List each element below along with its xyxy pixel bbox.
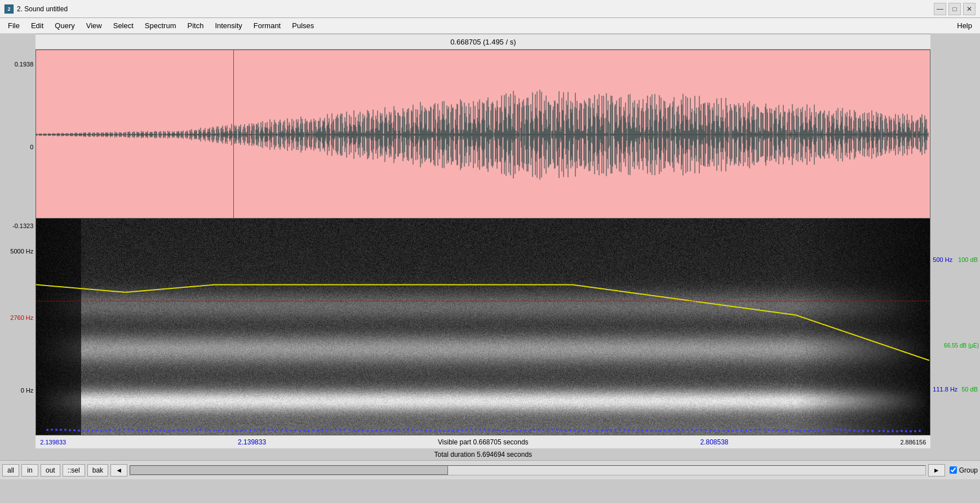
spectrogram-canvas	[36, 219, 930, 435]
scroll-right-button[interactable]: ►	[928, 464, 945, 477]
app-icon: 2	[5, 5, 14, 14]
menu-bar: File Edit Query View Select Spectrum Pit…	[0, 18, 980, 34]
right-hz-bot: 111.8 Hz	[933, 386, 957, 393]
menu-select[interactable]: Select	[108, 19, 139, 32]
visible-part-label: Visible part 0.668705 seconds	[438, 438, 529, 446]
visualization-center: 0.668705 (1.495 / s) 2.139833 2.139833 V…	[36, 34, 930, 460]
menu-edit[interactable]: Edit	[25, 19, 49, 32]
waveform-area[interactable]	[36, 50, 930, 219]
right-db-mid: 66.55 dB (μE)	[944, 342, 979, 349]
time-indicator: 0.668705 (1.495 / s)	[36, 34, 930, 50]
time-selection-right: 2.808538	[700, 438, 728, 446]
menu-query[interactable]: Query	[49, 19, 80, 32]
total-duration-label: Total duration 5.694694 seconds	[434, 451, 532, 459]
waveform-zero-label: 0	[30, 144, 33, 150]
spec-max-hz-label: 5000 Hz	[10, 248, 33, 255]
scroll-left-button[interactable]: ◄	[110, 464, 127, 477]
spectrogram-area[interactable]	[36, 219, 930, 435]
title-bar: 2 2. Sound untitled — □ ✕	[0, 0, 980, 18]
spec-marker-hz-label: 2760 Hz	[10, 314, 33, 321]
close-button[interactable]: ✕	[963, 3, 975, 15]
right-axis: 100 dB 500 Hz 66.55 dB (μE) 50 dB 111.8 …	[930, 34, 980, 460]
right-db-max: 100 dB	[958, 256, 978, 263]
time-selection-left: 2.139833	[238, 438, 266, 446]
title-text: 2. Sound untitled	[17, 5, 68, 13]
duration-bar: Total duration 5.694694 seconds	[36, 449, 930, 460]
spec-min-hz-label: 0 Hz	[21, 387, 34, 394]
time-value: 0.668705 (1.495 / s)	[450, 38, 516, 46]
window-controls[interactable]: — □ ✕	[934, 3, 975, 15]
bak-button[interactable]: bak	[87, 464, 108, 477]
waveform-min-label: -0.1323	[12, 222, 33, 229]
menu-spectrum[interactable]: Spectrum	[139, 19, 182, 32]
time-range-right: 2.886156	[900, 439, 926, 446]
minimize-button[interactable]: —	[934, 3, 946, 15]
group-checkbox-area: Group	[950, 466, 978, 474]
scrollbar[interactable]	[130, 465, 926, 475]
menu-help[interactable]: Help	[951, 19, 978, 32]
right-hz-top: 500 Hz	[933, 256, 952, 263]
title-bar-left: 2 2. Sound untitled	[5, 5, 68, 14]
left-axis: 0.1938 0 -0.1323 5000 Hz 2760 Hz 0 Hz	[0, 34, 36, 460]
menu-file[interactable]: File	[2, 19, 25, 32]
menu-pitch[interactable]: Pitch	[182, 19, 210, 32]
menu-formant[interactable]: Formant	[248, 19, 286, 32]
all-button[interactable]: all	[2, 464, 19, 477]
menu-intensity[interactable]: Intensity	[209, 19, 247, 32]
controls-bar: all in out ::sel bak ◄ ► Group	[0, 460, 980, 479]
time-range-left: 2.139833	[40, 439, 66, 446]
group-label: Group	[959, 466, 978, 474]
time-range-bar: 2.139833 2.139833 Visible part 0.668705 …	[36, 435, 930, 449]
waveform-canvas	[36, 50, 929, 219]
waveform-max-label: 0.1938	[15, 61, 34, 68]
right-db-bot: 50 dB	[961, 386, 978, 393]
in-button[interactable]: in	[21, 464, 38, 477]
maximize-button[interactable]: □	[948, 3, 961, 15]
menu-view[interactable]: View	[81, 19, 108, 32]
menu-pulses[interactable]: Pulses	[286, 19, 320, 32]
group-checkbox[interactable]	[950, 466, 957, 474]
scrollbar-thumb[interactable]	[130, 466, 448, 475]
sel-button[interactable]: ::sel	[63, 464, 85, 477]
out-button[interactable]: out	[41, 464, 60, 477]
